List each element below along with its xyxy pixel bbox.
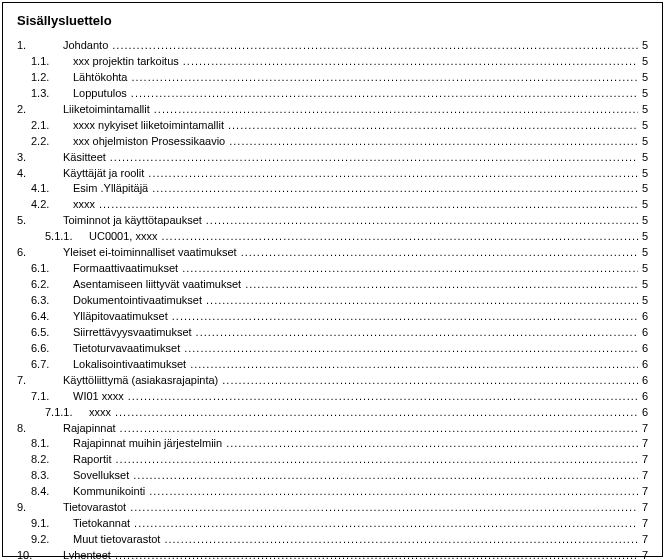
- toc-entry-label: xxxx: [73, 197, 97, 213]
- toc-entry-label: Toiminnot ja käyttötapaukset: [63, 213, 204, 229]
- toc-entry-page: 5: [640, 134, 648, 150]
- toc-entry-label: xxxx: [89, 405, 113, 421]
- toc-leader-dots: [182, 261, 638, 277]
- toc-entry-page: 5: [640, 166, 648, 182]
- toc-entry: 8.4.Kommunikointi7: [17, 484, 648, 500]
- toc-entry-number: 4.2.: [31, 197, 73, 213]
- toc-entry-label: Dokumentointivaatimukset: [73, 293, 204, 309]
- toc-entry-page: 5: [640, 293, 648, 309]
- toc-entry-label: Kommunikointi: [73, 484, 147, 500]
- toc-entry-page: 5: [640, 38, 648, 54]
- toc-entry-number: 5.1.1.: [45, 229, 89, 245]
- toc-leader-dots: [115, 548, 638, 559]
- toc-entry: 10.Lyhenteet7: [17, 548, 648, 559]
- toc-entry-number: 2.1.: [31, 118, 73, 134]
- toc-entry: 1.Johdanto5: [17, 38, 648, 54]
- toc-leader-dots: [184, 341, 638, 357]
- toc-entry-label: Johdanto: [63, 38, 110, 54]
- toc-entry: 7.1.1.xxxx6: [17, 405, 648, 421]
- toc-entry-label: Esim .Ylläpitäjä: [73, 181, 150, 197]
- toc-entry-number: 6.2.: [31, 277, 73, 293]
- toc-leader-dots: [241, 245, 638, 261]
- toc-entry-number: 8.3.: [31, 468, 73, 484]
- toc-entry: 6.1.Formaattivaatimukset5: [17, 261, 648, 277]
- toc-entry-label: Käyttöliittymä (asiakasrajapinta): [63, 373, 220, 389]
- toc-entry: 8.2.Raportit7: [17, 452, 648, 468]
- toc-entry-label: Yleiset ei-toiminnalliset vaatimukset: [63, 245, 239, 261]
- toc-leader-dots: [112, 38, 638, 54]
- toc-entry-label: Asentamiseen liittyvät vaatimukset: [73, 277, 243, 293]
- toc-entry-page: 5: [640, 150, 648, 166]
- toc-entry-label: Siirrettävyysvaatimukset: [73, 325, 194, 341]
- toc-entry: 2.1.xxxx nykyiset liiketoimintamallit5: [17, 118, 648, 134]
- toc-entry-number: 7.1.: [31, 389, 73, 405]
- toc-entry-label: UC0001, xxxx: [89, 229, 159, 245]
- toc-entry-label: Käyttäjät ja roolit: [63, 166, 146, 182]
- toc-entry-number: 6.1.: [31, 261, 73, 277]
- toc-entry-label: Lähtökohta: [73, 70, 129, 86]
- toc-entry: 4.Käyttäjät ja roolit5: [17, 166, 648, 182]
- toc-entry: 6.6.Tietoturvavaatimukset6: [17, 341, 648, 357]
- toc-leader-dots: [116, 452, 638, 468]
- toc-leader-dots: [183, 54, 638, 70]
- toc-entry-page: 5: [640, 277, 648, 293]
- toc-entry-page: 6: [640, 341, 648, 357]
- toc-entry-label: Lopputulos: [73, 86, 129, 102]
- toc-entry-number: 6.6.: [31, 341, 73, 357]
- toc-entry-label: Formaattivaatimukset: [73, 261, 180, 277]
- toc-entry-number: 7.1.1.: [45, 405, 89, 421]
- toc-entry-page: 5: [640, 118, 648, 134]
- toc-entry: 8.3.Sovellukset7: [17, 468, 648, 484]
- toc-entry-number: 10.: [17, 548, 63, 559]
- toc-entry-number: 9.2.: [31, 532, 73, 548]
- toc-leader-dots: [154, 102, 638, 118]
- toc-entry: 8.1.Rajapinnat muihin järjestelmiin7: [17, 436, 648, 452]
- toc-list: 1.Johdanto51.1.xxx projektin tarkoitus51…: [17, 38, 648, 559]
- toc-entry-number: 8.1.: [31, 436, 73, 452]
- toc-entry-number: 9.1.: [31, 516, 73, 532]
- toc-entry-label: Rajapinnat: [63, 421, 118, 437]
- toc-leader-dots: [196, 325, 638, 341]
- toc-entry: 7.Käyttöliittymä (asiakasrajapinta)6: [17, 373, 648, 389]
- toc-leader-dots: [161, 229, 637, 245]
- toc-entry-label: xxxx nykyiset liiketoimintamallit: [73, 118, 226, 134]
- toc-entry-label: Raportit: [73, 452, 114, 468]
- toc-entry: 9.Tietovarastot7: [17, 500, 648, 516]
- toc-entry-page: 5: [640, 181, 648, 197]
- toc-entry-page: 6: [640, 405, 648, 421]
- toc-entry: 8.Rajapinnat7: [17, 421, 648, 437]
- toc-leader-dots: [164, 532, 637, 548]
- toc-leader-dots: [152, 181, 638, 197]
- toc-leader-dots: [226, 436, 638, 452]
- toc-entry-number: 8.2.: [31, 452, 73, 468]
- toc-leader-dots: [131, 70, 637, 86]
- toc-leader-dots: [128, 389, 638, 405]
- toc-entry: 5.Toiminnot ja käyttötapaukset5: [17, 213, 648, 229]
- toc-leader-dots: [134, 516, 638, 532]
- toc-entry-page: 7: [640, 516, 648, 532]
- toc-entry: 7.1.WI01 xxxx6: [17, 389, 648, 405]
- toc-entry-page: 5: [640, 245, 648, 261]
- toc-entry-number: 2.2.: [31, 134, 73, 150]
- toc-entry: 1.2.Lähtökohta5: [17, 70, 648, 86]
- toc-entry-number: 5.: [17, 213, 63, 229]
- toc-entry-page: 5: [640, 86, 648, 102]
- toc-entry-page: 7: [640, 484, 648, 500]
- toc-entry-number: 6.3.: [31, 293, 73, 309]
- toc-entry-label: Liiketoimintamallit: [63, 102, 152, 118]
- toc-container: Sisällysluettelo 1.Johdanto51.1.xxx proj…: [2, 2, 663, 557]
- toc-leader-dots: [206, 293, 638, 309]
- toc-entry-label: WI01 xxxx: [73, 389, 126, 405]
- toc-entry-page: 5: [640, 261, 648, 277]
- toc-entry: 4.1.Esim .Ylläpitäjä5: [17, 181, 648, 197]
- toc-entry-number: 6.7.: [31, 357, 73, 373]
- toc-entry-number: 8.4.: [31, 484, 73, 500]
- toc-entry-label: xxx projektin tarkoitus: [73, 54, 181, 70]
- toc-entry: 1.1.xxx projektin tarkoitus5: [17, 54, 648, 70]
- toc-leader-dots: [110, 150, 638, 166]
- toc-entry-number: 6.4.: [31, 309, 73, 325]
- toc-leader-dots: [149, 484, 638, 500]
- toc-entry-page: 5: [640, 54, 648, 70]
- toc-entry-label: Lokalisointivaatimukset: [73, 357, 188, 373]
- toc-entry: 6.Yleiset ei-toiminnalliset vaatimukset5: [17, 245, 648, 261]
